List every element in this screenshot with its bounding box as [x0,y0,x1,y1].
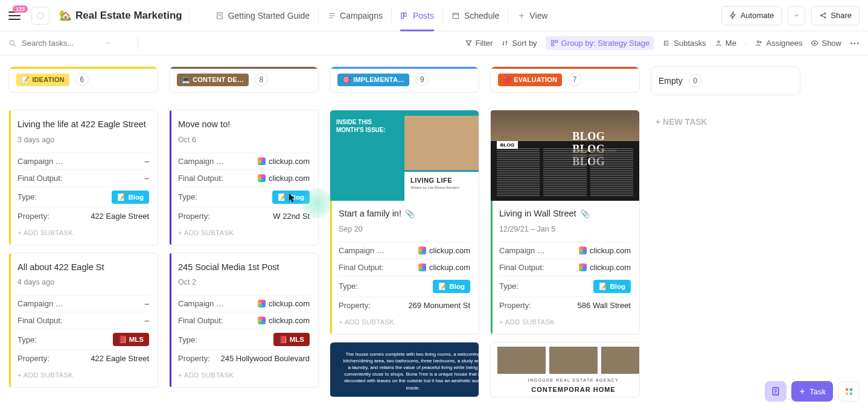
note-icon [771,386,780,396]
svg-rect-21 [849,388,852,390]
ellipsis-icon [850,42,860,45]
svg-point-17 [854,42,856,44]
doc-button[interactable] [765,381,787,402]
search-field[interactable] [8,39,129,48]
svg-rect-9 [551,40,554,42]
sort-icon [501,39,509,47]
add-subtask[interactable]: + ADD SUBTASK [18,229,149,236]
plus-icon [799,388,806,395]
view-toolbar: Filter Sort by Group by: Strategy Stage … [0,31,868,55]
column-evaluation: 🔴EVALUATION 7 BLOG BLOG BLOG BLOG LICERI… [490,66,640,405]
automate-dropdown[interactable] [788,6,805,25]
svg-point-7 [825,17,826,18]
svg-rect-3 [404,13,407,16]
clickup-icon [258,157,266,165]
svg-point-6 [825,13,826,14]
plus-icon [517,11,526,20]
search-input[interactable] [22,39,100,48]
calendar-icon [452,11,461,20]
card[interactable]: INGOUDE REAL ESTATE AGENCY CONTEMPORAR H… [490,342,640,397]
doc-icon [215,11,225,20]
add-subtask[interactable]: + ADD SUBTASK [178,371,310,379]
attachment-icon: 📎 [405,209,415,219]
filter-button[interactable]: Filter [465,39,493,48]
list-icon [327,11,336,20]
tab-posts[interactable]: Posts [392,0,442,31]
search-icon [8,39,17,48]
svg-point-0 [37,12,44,19]
add-subtask[interactable]: + ADD SUBTASK [339,318,470,326]
card-thumbnail: The house comes complete with two living… [330,342,479,397]
column-ideation: 📝IDEATION 6 Living the life at 422 Eagle… [8,66,158,395]
card[interactable]: INSIDE THIS MONTH'S ISSUE: LIVING LIFE W… [330,110,479,335]
add-subtask[interactable]: + ADD SUBTASK [499,318,631,326]
add-subtask[interactable]: + ADD SUBTASK [18,371,149,379]
show-button[interactable]: Show [811,39,841,48]
card[interactable]: All about 422 Eagle St 4 days ago Campai… [8,253,158,388]
sort-button[interactable]: Sort by [501,39,537,48]
card-title: Living in Wall Street📎 [499,208,631,220]
card-title: All about 422 Eagle St [18,262,149,274]
svg-point-14 [761,42,762,43]
tab-add-view[interactable]: View [508,0,556,31]
top-bar: 133 🏡 Real Estate Marketing Getting Star… [0,0,868,31]
card-thumbnail: INSIDE THIS MONTH'S ISSUE: LIVING LIFE W… [330,110,479,201]
floating-actions: Task [765,381,860,402]
svg-point-8 [10,40,14,45]
column-header-content[interactable]: 💻CONTENT DE… 8 [169,66,319,93]
card-title: 245 Social Media 1st Post [178,262,310,274]
card-date: Oct 6 [178,136,310,144]
svg-rect-10 [551,44,554,46]
svg-rect-22 [845,392,847,394]
add-subtask[interactable]: + ADD SUBTASK [178,229,310,236]
card-thumbnail: BLOG BLOG BLOG BLOG LICERIA REAL ESTATE … [491,110,639,201]
column-header-evaluation[interactable]: 🔴EVALUATION 7 [490,66,640,93]
me-button[interactable]: Me [715,39,736,48]
menu-toggle[interactable]: 133 [8,11,21,20]
column-count: 7 [568,73,581,86]
svg-rect-2 [401,13,404,18]
space-avatar[interactable] [31,7,49,25]
card[interactable]: BLOG BLOG BLOG BLOG LICERIA REAL ESTATE … [490,110,640,335]
chevron-down-icon[interactable] [105,40,112,46]
new-task-button[interactable]: + NEW TASK [651,112,800,131]
notification-badge: 133 [13,5,28,13]
svg-point-18 [857,42,859,44]
filter-icon [465,39,473,47]
group-button[interactable]: Group by: Strategy Stage [546,36,655,50]
column-count: 0 [689,74,702,87]
svg-point-16 [850,42,852,44]
card[interactable]: The house comes complete with two living… [330,342,479,397]
card-date: Oct 2 [178,278,310,286]
card[interactable]: Living the life at 422 Eagle Street 3 da… [8,110,158,245]
view-tabs: Getting Started Guide Campaigns Posts Sc… [207,0,557,31]
new-task-fab[interactable]: Task [791,381,833,402]
card-date: 12/29/21 – Jan 5 [499,225,631,233]
group-icon [550,39,558,47]
automate-button[interactable]: Automate [721,6,782,25]
people-icon [755,39,763,47]
svg-point-13 [758,41,759,43]
card-thumbnail: INGOUDE REAL ESTATE AGENCY CONTEMPORAR H… [491,342,640,397]
share-button[interactable]: Share [811,6,860,25]
column-header-implementation[interactable]: 🎯IMPLEMENTA… 9 [330,66,479,93]
card[interactable]: 245 Social Media 1st Post Oct 2 Campaign… [169,253,319,388]
board-icon [400,11,409,20]
assignees-button[interactable]: Assignees [755,39,802,48]
tab-schedule[interactable]: Schedule [443,0,508,31]
space-title[interactable]: 🏡 Real Estate Marketing [59,9,182,22]
card[interactable]: Move now to! Oct 6 Campaign …clickup.com… [169,110,319,245]
subtasks-button[interactable]: Subtasks [663,39,706,48]
chevron-down-icon [793,12,800,19]
svg-rect-4 [453,13,459,18]
column-implementation: 🎯IMPLEMENTA… 9 INSIDE THIS MONTH'S ISSUE… [330,66,479,405]
space-emoji: 🏡 [59,9,72,22]
tab-getting-started[interactable]: Getting Started Guide [207,0,318,31]
apps-button[interactable] [838,381,860,402]
more-button[interactable] [850,42,860,45]
column-header-ideation[interactable]: 📝IDEATION 6 [8,66,158,93]
column-count: 6 [75,73,89,86]
tab-campaigns[interactable]: Campaigns [319,0,391,31]
column-header-empty[interactable]: Empty 0 [651,66,800,95]
column-content: 💻CONTENT DE… 8 Move now to! Oct 6 Campai… [169,66,319,395]
